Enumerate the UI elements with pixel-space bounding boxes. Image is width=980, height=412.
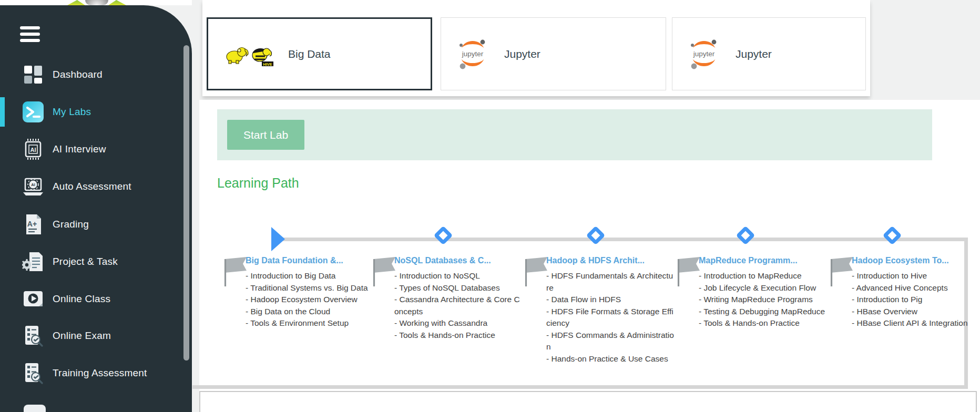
milestone-title[interactable]: NoSQL Databases & C... <box>394 256 506 265</box>
laptop-ai-icon: AI <box>21 174 45 199</box>
topic-item: - Hadoop Ecosystem Overview <box>246 294 374 306</box>
milestone-topic-list: - Introduction to MapReduce- Job Lifecyc… <box>699 270 828 329</box>
topic-item: - Testing & Debugging MapReduce <box>699 306 828 318</box>
start-lab-button[interactable]: Start Lab <box>227 120 304 150</box>
start-lab-banner: Start Lab <box>217 109 932 160</box>
sidebar-item-grading[interactable]: A+Grading <box>0 212 192 236</box>
milestone-title[interactable]: Hadoop Ecosystem To... <box>852 256 963 265</box>
milestone-topic-list: - Introduction to Big Data- Traditional … <box>246 270 374 329</box>
topic-item: - Types of NoSQL Databases <box>394 282 523 294</box>
brand-logo-center-icon <box>85 0 108 5</box>
topic-item: - HDFS Commands & Administration <box>546 329 675 353</box>
sidebar-item-label: Dashboard <box>53 69 103 80</box>
topic-item: - Hands-on Practice & Use Cases <box>546 353 675 365</box>
exam-checklist-icon <box>21 324 45 348</box>
timeline-line-row1 <box>283 238 968 241</box>
sidebar-item-label: Project & Task <box>53 256 118 267</box>
topic-item: - Job Lifecycle & Execution Flow <box>699 282 828 294</box>
sidebar-item-label: Online Class <box>53 293 110 305</box>
milestone-column-2: NoSQL Databases & C...- Introduction to … <box>372 256 506 341</box>
lab-card-label: Jupyter <box>504 48 540 60</box>
sidebar-partial-icon <box>24 405 46 412</box>
ai-chip-icon: AI <box>21 137 45 161</box>
flag-icon <box>372 257 397 287</box>
milestone-column-5: Hadoop Ecosystem To...- Introduction to … <box>830 256 963 329</box>
milestone-title[interactable]: Hadoop & HDFS Archit... <box>546 256 658 265</box>
topic-item: - HDFS File Formats & Storage Efficiency <box>546 306 675 329</box>
milestone-topic-list: - HDFS Fundamentals & Architecture- Data… <box>546 270 675 365</box>
top-logo-strip <box>0 0 192 5</box>
svg-text:A+: A+ <box>27 220 37 228</box>
topic-item: - Cassandra Architecture & Core Concepts <box>394 294 523 317</box>
topic-item: - Introduction to Pig <box>852 294 980 306</box>
topic-item: - Working with Cassandra <box>394 317 523 329</box>
topic-item: - Advanced Hive Concepts <box>852 282 980 294</box>
svg-text:jupyter: jupyter <box>462 50 484 58</box>
topic-item: - Big Data on the Cloud <box>246 306 374 318</box>
milestone-title[interactable]: MapReduce Programm... <box>699 256 810 265</box>
flag-icon <box>830 257 855 287</box>
topic-item: - Writing MapReduce Programs <box>699 294 828 306</box>
hadoop-hive-logo: HIVE <box>222 39 274 69</box>
sidebar: DashboardMy LabsAIAI InterviewAIAuto Ass… <box>0 5 192 412</box>
topic-item: - Tools & Environment Setup <box>246 317 374 329</box>
sidebar-item-label: Grading <box>53 219 89 230</box>
svg-text:AI: AI <box>31 182 35 187</box>
lab-card-jupyter[interactable]: jupyterJupyter <box>672 17 866 90</box>
video-play-icon <box>21 287 45 311</box>
sidebar-item-ai-interview[interactable]: AIAI Interview <box>0 137 192 161</box>
training-checklist-icon <box>21 361 45 385</box>
sidebar-item-online-class[interactable]: Online Class <box>0 287 192 311</box>
topic-item: - HBase Overview <box>852 306 980 318</box>
jupyter-logo: jupyter <box>455 37 491 71</box>
topic-item: - Introduction to MapReduce <box>699 270 828 282</box>
sidebar-item-dashboard[interactable]: Dashboard <box>0 63 192 87</box>
lab-card-big-data[interactable]: HIVEBig Data <box>207 17 432 90</box>
learning-path-title: Learning Path <box>217 176 299 191</box>
topic-item: - Introduction to Big Data <box>246 270 374 282</box>
milestone-column-4: MapReduce Programm...- Introduction to M… <box>677 256 810 329</box>
grading-doc-icon: A+ <box>21 212 45 236</box>
sidebar-item-label: Online Exam <box>53 330 111 342</box>
topic-item: - HBase Client API & Integration <box>852 317 980 329</box>
svg-text:AI: AI <box>30 147 36 153</box>
topic-item: - Traditional Systems vs. Big Data <box>246 282 374 294</box>
app-window: DashboardMy LabsAIAI InterviewAIAuto Ass… <box>0 0 980 412</box>
hamburger-menu-icon[interactable] <box>20 26 40 42</box>
milestone-column-3: Hadoop & HDFS Archit...- HDFS Fundamenta… <box>524 256 658 365</box>
topic-item: - Tools & Hands-on Practice <box>699 317 828 329</box>
topic-item: - Tools & Hands-on Practice <box>394 329 523 342</box>
lab-card-label: Jupyter <box>736 48 772 60</box>
lab-card-jupyter[interactable]: jupyterJupyter <box>441 17 666 90</box>
sidebar-item-label: My Labs <box>53 106 91 118</box>
sidebar-item-project-task[interactable]: Project & Task <box>0 250 192 274</box>
svg-text:jupyter: jupyter <box>693 50 715 58</box>
sidebar-item-label: Auto Assessment <box>53 181 131 192</box>
milestone-topic-list: - Introduction to Hive- Advanced Hive Co… <box>852 270 980 329</box>
brand-logo-left-icon <box>67 0 85 5</box>
milestone-topic-list: - Introduction to NoSQL- Types of NoSQL … <box>394 270 523 341</box>
timeline-start-arrow-icon <box>271 227 285 251</box>
dashboard-icon <box>21 63 45 87</box>
topic-item: - Introduction to NoSQL <box>394 270 523 282</box>
timeline-line-row2 <box>192 385 968 389</box>
topic-item: - Introduction to Hive <box>852 270 980 282</box>
sidebar-item-my-labs[interactable]: My Labs <box>0 100 192 124</box>
flag-icon <box>524 257 549 287</box>
jupyter-logo: jupyter <box>686 37 722 71</box>
milestone-column-1: Big Data Foundation &...- Introduction t… <box>223 256 357 329</box>
milestone-title[interactable]: Big Data Foundation &... <box>246 256 357 265</box>
sidebar-item-auto-assessment[interactable]: AIAuto Assessment <box>0 174 192 199</box>
terminal-icon <box>21 100 45 124</box>
topic-item: - Data Flow in HDFS <box>546 294 675 306</box>
topic-item: - HDFS Fundamentals & Architecture <box>546 270 675 294</box>
project-doc-icon <box>21 250 45 274</box>
flag-icon <box>677 257 702 287</box>
next-section-panel <box>199 391 977 412</box>
sidebar-item-training-assessment[interactable]: Training Assessment <box>0 361 192 385</box>
lab-card-label: Big Data <box>288 48 331 60</box>
sidebar-scrollbar[interactable] <box>183 45 189 360</box>
sidebar-item-label: Training Assessment <box>53 367 147 379</box>
brand-logo-right-icon <box>108 0 126 5</box>
sidebar-item-online-exam[interactable]: Online Exam <box>0 324 192 348</box>
